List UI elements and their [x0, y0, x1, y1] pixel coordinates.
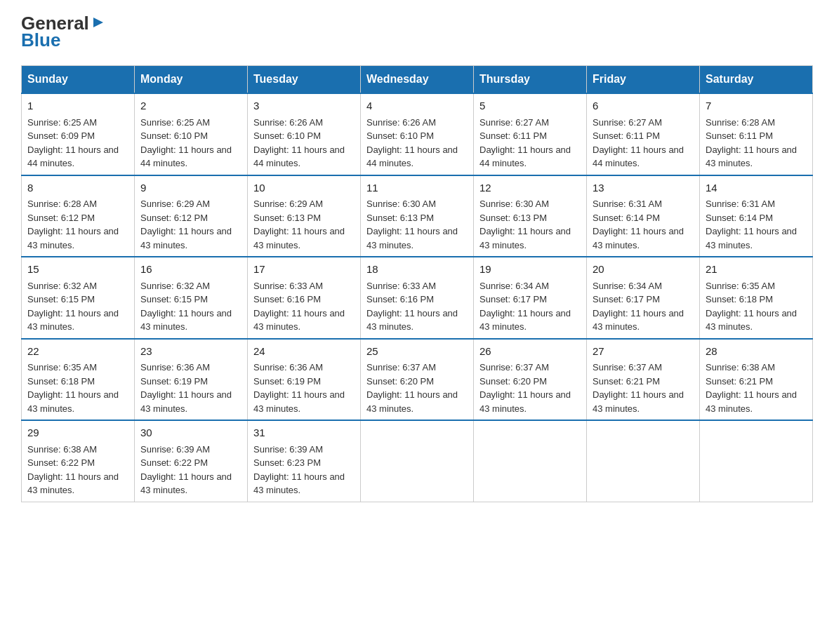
day-info: Sunrise: 6:39 AMSunset: 6:22 PMDaylight:…: [140, 444, 232, 496]
calendar-cell: 27Sunrise: 6:37 AMSunset: 6:21 PMDayligh…: [587, 339, 700, 421]
day-number: 14: [706, 180, 807, 196]
day-number: 7: [706, 98, 807, 114]
day-number: 17: [253, 262, 355, 278]
day-info: Sunrise: 6:28 AMSunset: 6:12 PMDaylight:…: [27, 199, 119, 250]
calendar-cell: 22Sunrise: 6:35 AMSunset: 6:18 PMDayligh…: [22, 339, 135, 421]
day-number: 3: [253, 98, 355, 114]
day-info: Sunrise: 6:37 AMSunset: 6:21 PMDaylight:…: [593, 362, 684, 414]
calendar-cell: 4Sunrise: 6:26 AMSunset: 6:10 PMDaylight…: [361, 93, 474, 175]
logo-icon: [91, 15, 106, 30]
day-info: Sunrise: 6:30 AMSunset: 6:13 PMDaylight:…: [366, 199, 458, 250]
day-info: Sunrise: 6:33 AMSunset: 6:16 PMDaylight:…: [366, 281, 458, 333]
day-number: 23: [140, 344, 241, 360]
day-number: 6: [593, 98, 694, 114]
calendar-table: SundayMondayTuesdayWednesdayThursdayFrid…: [21, 65, 813, 502]
day-info: Sunrise: 6:34 AMSunset: 6:17 PMDaylight:…: [479, 281, 571, 333]
day-info: Sunrise: 6:27 AMSunset: 6:11 PMDaylight:…: [479, 117, 571, 169]
day-number: 26: [479, 344, 581, 360]
calendar-row: 29Sunrise: 6:38 AMSunset: 6:22 PMDayligh…: [22, 420, 813, 502]
calendar-cell: 28Sunrise: 6:38 AMSunset: 6:21 PMDayligh…: [700, 339, 813, 421]
day-info: Sunrise: 6:35 AMSunset: 6:18 PMDaylight:…: [27, 362, 119, 414]
day-number: 31: [253, 425, 355, 441]
day-number: 8: [27, 180, 128, 196]
calendar-cell: 10Sunrise: 6:29 AMSunset: 6:13 PMDayligh…: [248, 175, 361, 257]
day-number: 22: [27, 344, 128, 360]
header-thursday: Thursday: [474, 66, 587, 94]
calendar-cell: 15Sunrise: 6:32 AMSunset: 6:15 PMDayligh…: [22, 257, 135, 339]
day-info: Sunrise: 6:37 AMSunset: 6:20 PMDaylight:…: [479, 362, 571, 414]
day-info: Sunrise: 6:35 AMSunset: 6:18 PMDaylight:…: [706, 281, 797, 333]
day-number: 15: [27, 262, 128, 278]
calendar-cell: 1Sunrise: 6:25 AMSunset: 6:09 PMDaylight…: [22, 93, 135, 175]
logo-part2: Blue: [21, 29, 60, 51]
day-info: Sunrise: 6:33 AMSunset: 6:16 PMDaylight:…: [253, 281, 345, 333]
day-info: Sunrise: 6:34 AMSunset: 6:17 PMDaylight:…: [593, 281, 684, 333]
day-number: 19: [479, 262, 581, 278]
calendar-cell: 26Sunrise: 6:37 AMSunset: 6:20 PMDayligh…: [474, 339, 587, 421]
day-number: 24: [253, 344, 355, 360]
day-number: 20: [593, 262, 694, 278]
header-row: SundayMondayTuesdayWednesdayThursdayFrid…: [22, 66, 813, 94]
header-wednesday: Wednesday: [361, 66, 474, 94]
calendar-cell: 14Sunrise: 6:31 AMSunset: 6:14 PMDayligh…: [700, 175, 813, 257]
calendar-cell: 20Sunrise: 6:34 AMSunset: 6:17 PMDayligh…: [587, 257, 700, 339]
calendar-cell: 7Sunrise: 6:28 AMSunset: 6:11 PMDaylight…: [700, 93, 813, 175]
day-info: Sunrise: 6:29 AMSunset: 6:13 PMDaylight:…: [253, 199, 345, 250]
day-info: Sunrise: 6:25 AMSunset: 6:10 PMDaylight:…: [140, 117, 232, 169]
day-info: Sunrise: 6:27 AMSunset: 6:11 PMDaylight:…: [593, 117, 684, 169]
logo: General Blue: [21, 14, 106, 51]
calendar-row: 22Sunrise: 6:35 AMSunset: 6:18 PMDayligh…: [22, 339, 813, 421]
day-number: 10: [253, 180, 355, 196]
day-number: 28: [706, 344, 807, 360]
calendar-cell: 18Sunrise: 6:33 AMSunset: 6:16 PMDayligh…: [361, 257, 474, 339]
day-info: Sunrise: 6:36 AMSunset: 6:19 PMDaylight:…: [253, 362, 345, 414]
day-info: Sunrise: 6:31 AMSunset: 6:14 PMDaylight:…: [593, 199, 684, 250]
calendar-cell: 3Sunrise: 6:26 AMSunset: 6:10 PMDaylight…: [248, 93, 361, 175]
header-monday: Monday: [135, 66, 248, 94]
calendar-body: 1Sunrise: 6:25 AMSunset: 6:09 PMDaylight…: [22, 93, 813, 502]
calendar-cell: [361, 420, 474, 502]
calendar-cell: 12Sunrise: 6:30 AMSunset: 6:13 PMDayligh…: [474, 175, 587, 257]
day-number: 25: [366, 344, 468, 360]
day-number: 13: [593, 180, 694, 196]
day-number: 16: [140, 262, 241, 278]
day-number: 11: [366, 180, 468, 196]
day-info: Sunrise: 6:38 AMSunset: 6:22 PMDaylight:…: [27, 444, 119, 496]
calendar-header: SundayMondayTuesdayWednesdayThursdayFrid…: [22, 66, 813, 94]
calendar-cell: [700, 420, 813, 502]
day-number: 1: [27, 98, 128, 114]
header-saturday: Saturday: [700, 66, 813, 94]
calendar-cell: 16Sunrise: 6:32 AMSunset: 6:15 PMDayligh…: [135, 257, 248, 339]
day-info: Sunrise: 6:30 AMSunset: 6:13 PMDaylight:…: [479, 199, 571, 250]
svg-marker-0: [93, 18, 103, 27]
calendar-cell: 29Sunrise: 6:38 AMSunset: 6:22 PMDayligh…: [22, 420, 135, 502]
calendar-cell: 6Sunrise: 6:27 AMSunset: 6:11 PMDaylight…: [587, 93, 700, 175]
day-number: 29: [27, 425, 128, 441]
day-info: Sunrise: 6:31 AMSunset: 6:14 PMDaylight:…: [706, 199, 797, 250]
calendar-cell: 9Sunrise: 6:29 AMSunset: 6:12 PMDaylight…: [135, 175, 248, 257]
day-info: Sunrise: 6:26 AMSunset: 6:10 PMDaylight:…: [366, 117, 458, 169]
day-info: Sunrise: 6:37 AMSunset: 6:20 PMDaylight:…: [366, 362, 458, 414]
day-info: Sunrise: 6:28 AMSunset: 6:11 PMDaylight:…: [706, 117, 797, 169]
day-number: 5: [479, 98, 581, 114]
day-number: 30: [140, 425, 241, 441]
calendar-cell: 25Sunrise: 6:37 AMSunset: 6:20 PMDayligh…: [361, 339, 474, 421]
day-info: Sunrise: 6:32 AMSunset: 6:15 PMDaylight:…: [27, 281, 119, 333]
day-info: Sunrise: 6:39 AMSunset: 6:23 PMDaylight:…: [253, 444, 345, 496]
day-number: 2: [140, 98, 241, 114]
day-number: 12: [479, 180, 581, 196]
calendar-cell: 19Sunrise: 6:34 AMSunset: 6:17 PMDayligh…: [474, 257, 587, 339]
calendar-row: 1Sunrise: 6:25 AMSunset: 6:09 PMDaylight…: [22, 93, 813, 175]
day-number: 21: [706, 262, 807, 278]
day-info: Sunrise: 6:25 AMSunset: 6:09 PMDaylight:…: [27, 117, 119, 169]
calendar-cell: [474, 420, 587, 502]
calendar-cell: 24Sunrise: 6:36 AMSunset: 6:19 PMDayligh…: [248, 339, 361, 421]
calendar-cell: 21Sunrise: 6:35 AMSunset: 6:18 PMDayligh…: [700, 257, 813, 339]
header-friday: Friday: [587, 66, 700, 94]
header: General Blue: [21, 14, 813, 51]
calendar-cell: 8Sunrise: 6:28 AMSunset: 6:12 PMDaylight…: [22, 175, 135, 257]
calendar-cell: 30Sunrise: 6:39 AMSunset: 6:22 PMDayligh…: [135, 420, 248, 502]
day-info: Sunrise: 6:29 AMSunset: 6:12 PMDaylight:…: [140, 199, 232, 250]
calendar-cell: [587, 420, 700, 502]
header-tuesday: Tuesday: [248, 66, 361, 94]
